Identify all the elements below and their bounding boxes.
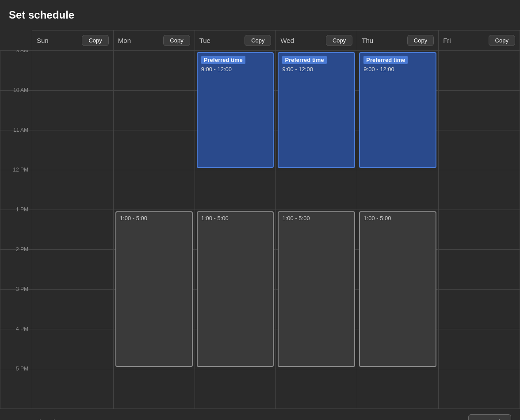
preferred-block-thu: Preferred time9:00 - 12:00 xyxy=(359,52,436,168)
hour-slot xyxy=(357,369,438,409)
copy-button-mon[interactable]: Copy xyxy=(163,35,190,46)
copy-button-thu[interactable]: Copy xyxy=(407,35,434,46)
preferred-label: Preferred time xyxy=(363,56,408,64)
days-grid: 1:00 - 5:00Preferred time9:00 - 12:001:0… xyxy=(32,50,520,409)
day-header-fri: FriCopy xyxy=(439,31,520,50)
regular-block-tue: 1:00 - 5:00 xyxy=(197,211,274,367)
time-label-row: 5 PM xyxy=(0,369,32,409)
day-header-mon: MonCopy xyxy=(114,31,195,50)
day-col-sun xyxy=(32,50,114,409)
regular-time-text: 1:00 - 5:00 xyxy=(201,215,270,221)
day-col-thu: Preferred time9:00 - 12:001:00 - 5:00 xyxy=(357,50,439,409)
day-header-thu: ThuCopy xyxy=(357,31,439,50)
preferred-label: Preferred time xyxy=(201,56,245,64)
time-labels: 9 AM10 AM11 AM12 PM1 PM2 PM3 PM4 PM5 PM xyxy=(0,50,32,409)
hour-slot xyxy=(439,90,520,130)
time-label-row: 10 AM xyxy=(0,90,32,130)
day-col-tue: Preferred time9:00 - 12:001:00 - 5:00 xyxy=(195,50,276,409)
copy-button-sun[interactable]: Copy xyxy=(82,35,108,46)
time-label-9-am: 9 AM xyxy=(16,50,28,53)
day-name-mon: Mon xyxy=(118,37,131,44)
hour-slot xyxy=(114,170,195,210)
schedule-wrapper: SunCopyMonCopyTueCopyWedCopyThuCopyFriCo… xyxy=(0,30,520,409)
hour-slot xyxy=(32,369,113,409)
time-label-row: 9 AM xyxy=(0,50,32,90)
preferred-label: Preferred time xyxy=(282,56,326,64)
copy-button-wed[interactable]: Copy xyxy=(326,35,352,46)
bottom-bar: Drag to select times. Cancel xyxy=(0,409,520,420)
day-header-tue: TueCopy xyxy=(195,31,276,50)
time-label-5-pm: 5 PM xyxy=(16,366,28,372)
hour-slot xyxy=(439,289,520,329)
regular-time-text: 1:00 - 5:00 xyxy=(282,215,351,221)
page-title: Set schedule xyxy=(0,9,520,30)
preferred-block-wed: Preferred time9:00 - 12:00 xyxy=(278,52,355,168)
time-label-4-pm: 4 PM xyxy=(16,326,28,332)
preferred-time-text: 9:00 - 12:00 xyxy=(282,66,351,73)
regular-block-wed: 1:00 - 5:00 xyxy=(278,211,355,367)
regular-time-text: 1:00 - 5:00 xyxy=(363,215,432,221)
hour-slot xyxy=(32,210,113,249)
time-label-3-pm: 3 PM xyxy=(16,286,28,292)
hour-slot xyxy=(439,249,520,289)
hour-slot xyxy=(114,369,195,409)
hour-slot xyxy=(114,130,195,170)
hour-slot xyxy=(32,130,113,170)
hour-slot xyxy=(439,329,520,369)
time-label-2-pm: 2 PM xyxy=(16,246,28,252)
hour-slot xyxy=(439,50,520,90)
drag-hint: Drag to select times. xyxy=(9,418,69,420)
day-header-sun: SunCopy xyxy=(32,31,114,50)
preferred-time-text: 9:00 - 12:00 xyxy=(363,66,432,73)
day-name-fri: Fri xyxy=(443,37,451,44)
cancel-button[interactable]: Cancel xyxy=(468,414,511,420)
hour-slot xyxy=(195,170,276,210)
day-header-wed: WedCopy xyxy=(276,31,357,50)
hour-slot xyxy=(32,249,113,289)
time-label-12-pm: 12 PM xyxy=(13,167,28,173)
time-label-row: 12 PM xyxy=(0,170,32,210)
preferred-block-tue: Preferred time9:00 - 12:00 xyxy=(197,52,274,168)
grid-area: 9 AM10 AM11 AM12 PM1 PM2 PM3 PM4 PM5 PM … xyxy=(0,50,520,409)
hour-slot xyxy=(357,170,438,210)
hour-slot xyxy=(195,369,276,409)
regular-block-thu: 1:00 - 5:00 xyxy=(359,211,436,367)
time-label-row: 1 PM xyxy=(0,210,32,249)
time-label-row: 4 PM xyxy=(0,329,32,369)
hour-slot xyxy=(439,170,520,210)
hour-slot xyxy=(32,289,113,329)
hour-slot xyxy=(114,50,195,90)
time-label-11-am: 11 AM xyxy=(13,127,28,133)
hour-slot xyxy=(439,210,520,249)
time-label-row: 3 PM xyxy=(0,289,32,329)
day-col-wed: Preferred time9:00 - 12:001:00 - 5:00 xyxy=(276,50,357,409)
hour-slot xyxy=(276,369,357,409)
hour-slot xyxy=(276,170,357,210)
regular-block-mon: 1:00 - 5:00 xyxy=(115,211,193,367)
time-label-10-am: 10 AM xyxy=(13,87,28,93)
day-name-wed: Wed xyxy=(280,37,294,44)
regular-time-text: 1:00 - 5:00 xyxy=(120,215,188,221)
page-container: Set schedule SunCopyMonCopyTueCopyWedCop… xyxy=(0,0,520,420)
hour-slot xyxy=(32,329,113,369)
copy-button-tue[interactable]: Copy xyxy=(245,35,271,46)
hour-slot xyxy=(114,90,195,130)
day-name-sun: Sun xyxy=(37,37,49,44)
hour-slot xyxy=(439,130,520,170)
hour-slot xyxy=(32,170,113,210)
hour-slot xyxy=(32,50,113,90)
day-name-tue: Tue xyxy=(199,37,210,44)
time-label-row: 2 PM xyxy=(0,249,32,289)
days-header: SunCopyMonCopyTueCopyWedCopyThuCopyFriCo… xyxy=(32,30,520,50)
time-label-1-pm: 1 PM xyxy=(16,206,28,213)
copy-button-fri[interactable]: Copy xyxy=(489,35,515,46)
preferred-time-text: 9:00 - 12:00 xyxy=(201,66,270,73)
day-col-mon: 1:00 - 5:00 xyxy=(114,50,195,409)
hour-slot xyxy=(32,90,113,130)
day-name-thu: Thu xyxy=(362,37,373,44)
time-label-row: 11 AM xyxy=(0,130,32,170)
day-col-fri xyxy=(439,50,520,409)
hour-slot xyxy=(439,369,520,409)
